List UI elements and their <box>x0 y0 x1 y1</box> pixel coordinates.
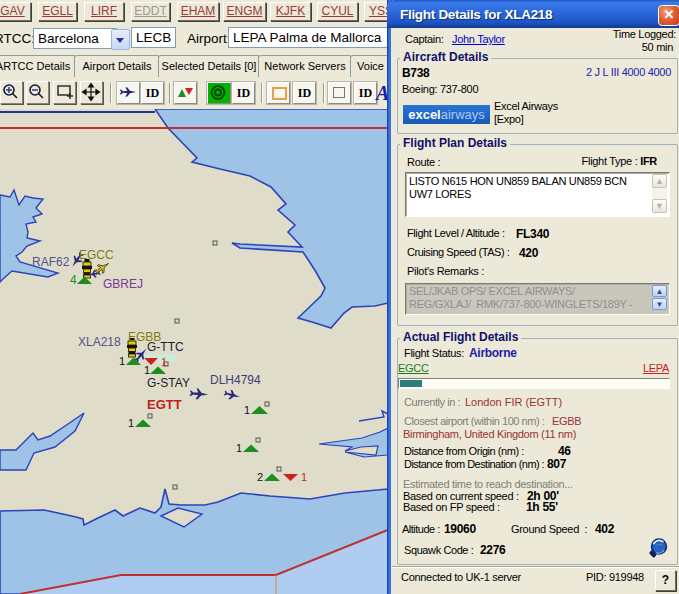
svg-text:1: 1 <box>128 417 134 429</box>
svg-text:DLH4794: DLH4794 <box>210 373 261 387</box>
svg-text:1: 1 <box>236 442 242 454</box>
svg-text:1: 1 <box>301 471 307 483</box>
svg-text:EGTT: EGTT <box>147 397 182 412</box>
svg-text:4: 4 <box>70 273 77 287</box>
svg-text:G-TTC: G-TTC <box>147 340 184 354</box>
svg-text:1: 1 <box>119 355 125 367</box>
svg-text:RAF62: RAF62 <box>32 255 70 269</box>
svg-text:1: 1 <box>144 364 150 376</box>
svg-text:XLA218: XLA218 <box>78 335 121 349</box>
svg-text:2: 2 <box>257 471 263 483</box>
svg-text:GBREJ: GBREJ <box>103 277 143 291</box>
svg-text:1: 1 <box>161 356 167 368</box>
svg-text:EGCC: EGCC <box>79 248 114 262</box>
svg-text:G-STAY: G-STAY <box>147 376 190 390</box>
svg-text:1: 1 <box>244 404 250 416</box>
